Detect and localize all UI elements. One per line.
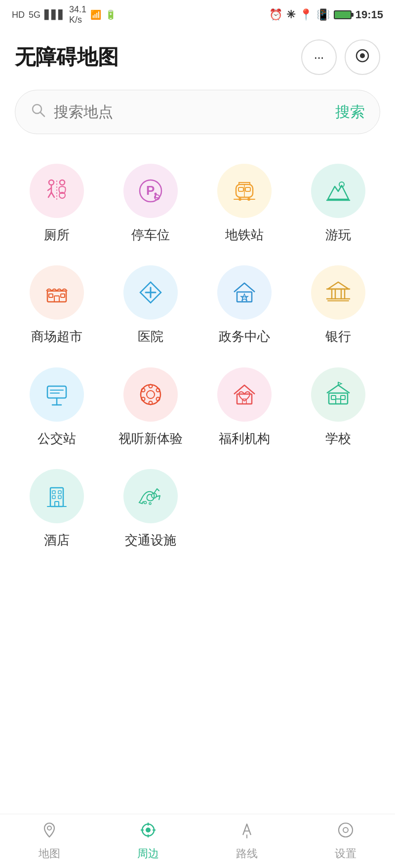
nav-settings-label: 设置 xyxy=(335,846,356,861)
status-bar: HD 5G ▋▋▋ 34.1K/s 📶 🔋 ⏰ ✳ 📍 📳 19:15 xyxy=(0,0,395,30)
bottom-nav: 地图 周边 路线 xyxy=(0,814,395,868)
svg-rect-64 xyxy=(52,491,55,494)
svg-point-71 xyxy=(144,502,147,504)
time-display: 19:15 xyxy=(356,8,383,21)
category-toilet[interactable]: 厕所 xyxy=(10,154,104,255)
search-bar[interactable]: 搜索 xyxy=(15,90,380,134)
bank-icon-circle xyxy=(311,265,365,320)
svg-point-21 xyxy=(247,198,250,201)
nav-map[interactable]: 地图 xyxy=(27,817,72,865)
svg-rect-66 xyxy=(52,496,55,499)
svg-point-83 xyxy=(343,828,348,832)
category-welfare[interactable]: 福利机构 xyxy=(198,358,291,459)
svg-point-4 xyxy=(49,180,54,185)
nearby-icon xyxy=(139,821,157,843)
route-icon xyxy=(238,821,256,843)
search-icon xyxy=(30,102,46,122)
svg-rect-61 xyxy=(341,396,345,399)
bus-icon-circle xyxy=(30,367,84,422)
category-transport[interactable]: 交通设施 xyxy=(104,459,198,561)
svg-rect-29 xyxy=(54,296,59,302)
mall-icon-circle xyxy=(30,265,84,320)
svg-point-73 xyxy=(47,826,51,830)
av-icon-circle xyxy=(123,367,178,422)
school-icon-circle xyxy=(311,367,365,422)
bus-label: 公交站 xyxy=(38,430,76,447)
subway-icon-circle xyxy=(217,164,272,218)
svg-rect-60 xyxy=(331,396,336,399)
svg-rect-67 xyxy=(58,496,61,499)
svg-point-49 xyxy=(147,391,155,398)
svg-text:P: P xyxy=(146,183,155,198)
parking-label: 停车位 xyxy=(131,226,170,244)
transport-label: 交通设施 xyxy=(125,531,176,549)
category-bank[interactable]: 银行 xyxy=(291,255,385,357)
status-left: HD 5G ▋▋▋ 34.1K/s 📶 🔋 xyxy=(12,4,116,25)
search-input[interactable] xyxy=(54,104,335,120)
welfare-label: 福利机构 xyxy=(219,430,270,447)
status-right: ⏰ ✳ 📍 📳 19:15 xyxy=(269,8,383,21)
toilet-icon-circle xyxy=(30,164,84,218)
svg-point-15 xyxy=(155,193,157,195)
category-hotel[interactable]: 酒店 xyxy=(10,459,104,561)
svg-rect-30 xyxy=(49,294,53,297)
play-icon-circle xyxy=(311,164,365,218)
search-button[interactable]: 搜索 xyxy=(335,102,365,122)
category-government[interactable]: 政务中心 xyxy=(198,255,291,357)
toilet-label: 厕所 xyxy=(44,226,70,244)
category-school[interactable]: 学校 xyxy=(291,358,385,459)
hd-badge: HD xyxy=(12,10,25,20)
nav-settings[interactable]: 设置 xyxy=(323,817,368,865)
hospital-label: 医院 xyxy=(138,327,163,345)
category-grid: 厕所 P 停车位 xyxy=(0,144,395,566)
main-content: 厕所 P 停车位 xyxy=(0,144,395,625)
hospital-icon-circle xyxy=(123,265,178,320)
category-hospital[interactable]: 医院 xyxy=(104,255,198,357)
network-signal: 5G xyxy=(29,10,40,20)
government-label: 政务中心 xyxy=(219,327,270,345)
av-label: 视听新体验 xyxy=(118,430,183,447)
svg-point-72 xyxy=(149,503,151,505)
signal-bars: ▋▋▋ xyxy=(44,9,65,20)
nav-route-label: 路线 xyxy=(236,846,258,861)
battery-indicator xyxy=(334,10,352,19)
svg-point-75 xyxy=(146,828,151,832)
nav-map-label: 地图 xyxy=(39,846,60,861)
transport-icon-circle xyxy=(123,469,178,523)
svg-line-9 xyxy=(51,192,54,197)
svg-rect-62 xyxy=(336,399,341,404)
svg-point-1 xyxy=(360,53,365,58)
category-mall[interactable]: 商场超市 xyxy=(10,255,104,357)
welfare-icon-circle xyxy=(217,367,272,422)
svg-rect-65 xyxy=(58,491,61,494)
more-icon: ··· xyxy=(314,50,324,64)
nav-route[interactable]: 路线 xyxy=(224,817,270,865)
category-bus[interactable]: 公交站 xyxy=(10,358,104,459)
category-parking[interactable]: P 停车位 xyxy=(104,154,198,255)
parking-icon-circle: P xyxy=(123,164,178,218)
vibrate-icon: 📳 xyxy=(316,8,330,21)
subway-label: 地铁站 xyxy=(225,226,264,244)
school-label: 学校 xyxy=(325,430,351,447)
svg-line-8 xyxy=(48,192,51,197)
hotel-label: 酒店 xyxy=(44,531,70,549)
category-av[interactable]: 视听新体验 xyxy=(104,358,198,459)
nav-nearby[interactable]: 周边 xyxy=(125,817,171,865)
header-actions: ··· xyxy=(301,39,380,75)
alarm-icon: ⏰ xyxy=(269,8,282,21)
more-button[interactable]: ··· xyxy=(301,39,337,75)
category-play[interactable]: 游玩 xyxy=(291,154,385,255)
svg-point-82 xyxy=(339,823,353,837)
category-subway[interactable]: 地铁站 xyxy=(198,154,291,255)
data-speed: 34.1K/s xyxy=(69,4,86,25)
government-icon-circle xyxy=(217,265,272,320)
hotel-icon-circle xyxy=(30,469,84,523)
app-header: 无障碍地图 ··· xyxy=(0,30,395,80)
scan-icon xyxy=(354,47,371,68)
svg-line-3 xyxy=(40,112,44,116)
svg-rect-17 xyxy=(238,187,243,191)
svg-point-20 xyxy=(238,198,241,201)
svg-rect-31 xyxy=(61,294,65,297)
battery-charge: 🔋 xyxy=(105,9,116,20)
scan-button[interactable] xyxy=(345,39,380,75)
